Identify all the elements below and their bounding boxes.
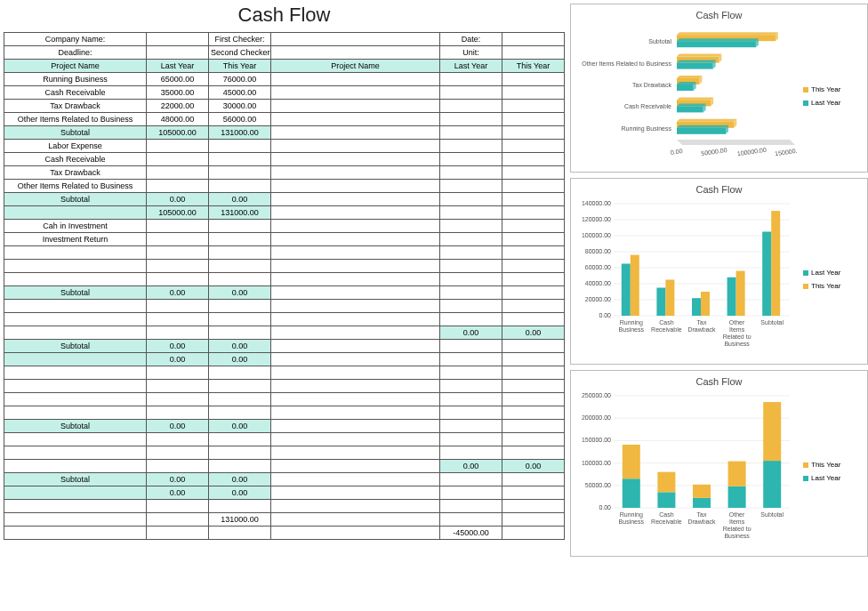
cell[interactable] <box>440 486 502 500</box>
cell[interactable]: 0.00 <box>209 486 271 500</box>
cell[interactable] <box>209 500 271 513</box>
cell[interactable] <box>271 100 440 113</box>
cell[interactable]: 105000.00 <box>147 206 209 220</box>
cell[interactable]: 0.00 <box>209 353 271 366</box>
cell[interactable] <box>271 366 440 380</box>
cell[interactable] <box>271 473 440 486</box>
cell[interactable] <box>440 340 502 353</box>
cell[interactable] <box>209 406 271 420</box>
cell[interactable]: Tax Drawback <box>4 100 147 113</box>
cell[interactable]: 0.00 <box>209 340 271 353</box>
cell[interactable]: Project Name <box>4 60 147 73</box>
cell[interactable] <box>440 233 502 246</box>
cell[interactable] <box>271 286 440 300</box>
cell[interactable]: 0.00 <box>147 353 209 366</box>
cell[interactable] <box>271 180 440 193</box>
cell[interactable] <box>440 446 502 460</box>
cell[interactable]: 131000.00 <box>209 126 271 140</box>
cell[interactable] <box>271 33 440 46</box>
cell[interactable]: 131000.00 <box>209 513 271 527</box>
cell[interactable]: 0.00 <box>147 486 209 500</box>
cell[interactable]: This Year <box>209 60 271 73</box>
cell[interactable]: 0.00 <box>440 460 502 473</box>
cell[interactable] <box>271 460 440 473</box>
cell[interactable]: 30000.00 <box>209 100 271 113</box>
cell[interactable]: This Year <box>502 60 565 73</box>
cell[interactable] <box>271 513 440 527</box>
cell[interactable] <box>271 486 440 500</box>
cell[interactable] <box>440 180 502 193</box>
cell[interactable] <box>502 486 565 500</box>
cell[interactable] <box>271 233 440 246</box>
cell[interactable] <box>502 420 565 433</box>
cell[interactable] <box>209 446 271 460</box>
cell[interactable] <box>502 433 565 446</box>
cell[interactable] <box>147 180 209 193</box>
cell[interactable]: 131000.00 <box>209 206 271 220</box>
cell[interactable] <box>147 513 209 527</box>
cell[interactable]: 0.00 <box>440 326 502 340</box>
cell[interactable] <box>440 393 502 406</box>
cell[interactable]: -45000.00 <box>440 527 502 540</box>
cell[interactable] <box>440 166 502 180</box>
cell[interactable] <box>4 273 147 286</box>
cell[interactable] <box>502 340 565 353</box>
cell[interactable] <box>147 220 209 233</box>
cell[interactable] <box>147 433 209 446</box>
cell[interactable] <box>502 180 565 193</box>
cell[interactable] <box>440 140 502 153</box>
cell[interactable] <box>440 260 502 273</box>
cell[interactable] <box>209 326 271 340</box>
cell[interactable] <box>502 260 565 273</box>
cell[interactable] <box>147 380 209 393</box>
cell[interactable] <box>271 126 440 140</box>
cell[interactable]: Deadline: <box>4 46 147 60</box>
cell[interactable]: 0.00 <box>147 473 209 486</box>
cell[interactable]: 0.00 <box>147 420 209 433</box>
cell[interactable] <box>147 460 209 473</box>
cell[interactable] <box>271 113 440 126</box>
cell[interactable] <box>271 500 440 513</box>
cell[interactable] <box>271 340 440 353</box>
cell[interactable] <box>147 326 209 340</box>
cell[interactable] <box>440 100 502 113</box>
cell[interactable] <box>502 273 565 286</box>
cell[interactable]: Running Business <box>4 73 147 86</box>
cell[interactable] <box>271 353 440 366</box>
cell[interactable] <box>4 406 147 420</box>
cell[interactable] <box>4 326 147 340</box>
cell[interactable] <box>502 393 565 406</box>
cell[interactable]: Last Year <box>440 60 502 73</box>
cell[interactable]: Tax Drawback <box>4 166 147 180</box>
cell[interactable] <box>440 313 502 326</box>
cell[interactable]: Cah in Investment <box>4 220 147 233</box>
cell[interactable]: Company Name: <box>4 33 147 46</box>
cell[interactable]: Subtotal <box>4 126 147 140</box>
cell[interactable]: First Checker: <box>209 33 271 46</box>
cell[interactable] <box>271 313 440 326</box>
cell[interactable] <box>209 140 271 153</box>
cell[interactable]: Other Items Related to Business <box>4 180 147 193</box>
cell[interactable] <box>4 313 147 326</box>
cell[interactable]: Second Checker: <box>209 46 271 60</box>
cell[interactable] <box>209 300 271 313</box>
cell[interactable] <box>502 446 565 460</box>
cell[interactable] <box>4 260 147 273</box>
cell[interactable] <box>271 206 440 220</box>
cell[interactable] <box>209 433 271 446</box>
cell[interactable] <box>440 206 502 220</box>
cell[interactable] <box>4 446 147 460</box>
cell[interactable] <box>147 46 209 60</box>
cell[interactable] <box>209 180 271 193</box>
cell[interactable] <box>502 353 565 366</box>
cell[interactable] <box>4 366 147 380</box>
cell[interactable] <box>440 433 502 446</box>
cell[interactable]: 0.00 <box>502 326 565 340</box>
cell[interactable]: Last Year <box>147 60 209 73</box>
cell[interactable] <box>147 313 209 326</box>
cell[interactable]: 76000.00 <box>209 73 271 86</box>
cell[interactable]: Investment Return <box>4 233 147 246</box>
cell[interactable] <box>502 100 565 113</box>
cell[interactable] <box>502 233 565 246</box>
cell[interactable] <box>502 206 565 220</box>
